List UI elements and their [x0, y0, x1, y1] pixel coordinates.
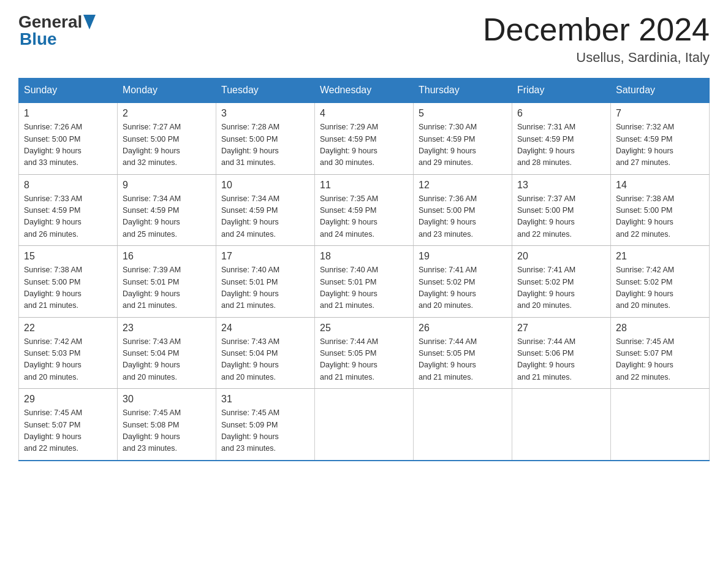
table-row: 17 Sunrise: 7:40 AM Sunset: 5:01 PM Dayl…: [216, 246, 315, 318]
day-number: 14: [616, 180, 704, 191]
table-row: 15 Sunrise: 7:38 AM Sunset: 5:00 PM Dayl…: [19, 246, 118, 318]
table-row: 8 Sunrise: 7:33 AM Sunset: 4:59 PM Dayli…: [19, 174, 118, 246]
location-title: Usellus, Sardinia, Italy: [483, 50, 710, 66]
logo-arrow-icon: [83, 15, 96, 29]
svg-marker-0: [83, 15, 96, 29]
table-row: 28 Sunrise: 7:45 AM Sunset: 5:07 PM Dayl…: [611, 317, 710, 389]
day-info: Sunrise: 7:44 AM Sunset: 5:05 PM Dayligh…: [320, 336, 408, 384]
table-row: 4 Sunrise: 7:29 AM Sunset: 4:59 PM Dayli…: [315, 102, 414, 174]
table-row: 2 Sunrise: 7:27 AM Sunset: 5:00 PM Dayli…: [118, 102, 216, 174]
table-row: 23 Sunrise: 7:43 AM Sunset: 5:04 PM Dayl…: [118, 317, 216, 389]
day-number: 2: [123, 108, 211, 119]
table-row: 29 Sunrise: 7:45 AM Sunset: 5:07 PM Dayl…: [19, 389, 118, 461]
table-row: 26 Sunrise: 7:44 AM Sunset: 5:05 PM Dayl…: [414, 317, 512, 389]
col-friday: Friday: [512, 79, 611, 103]
calendar-week-row: 29 Sunrise: 7:45 AM Sunset: 5:07 PM Dayl…: [19, 389, 710, 461]
day-info: Sunrise: 7:45 AM Sunset: 5:07 PM Dayligh…: [24, 407, 112, 455]
day-info: Sunrise: 7:45 AM Sunset: 5:08 PM Dayligh…: [123, 407, 211, 455]
page-header: General Blue December 2024 Usellus, Sard…: [18, 12, 710, 66]
day-info: Sunrise: 7:26 AM Sunset: 5:00 PM Dayligh…: [24, 121, 112, 169]
day-info: Sunrise: 7:43 AM Sunset: 5:04 PM Dayligh…: [123, 336, 211, 384]
day-info: Sunrise: 7:40 AM Sunset: 5:01 PM Dayligh…: [320, 264, 408, 312]
table-row: [315, 389, 414, 461]
day-info: Sunrise: 7:41 AM Sunset: 5:02 PM Dayligh…: [517, 264, 605, 312]
day-info: Sunrise: 7:29 AM Sunset: 4:59 PM Dayligh…: [320, 121, 408, 169]
day-number: 30: [123, 394, 211, 405]
day-info: Sunrise: 7:31 AM Sunset: 4:59 PM Dayligh…: [517, 121, 605, 169]
table-row: [414, 389, 512, 461]
day-number: 13: [517, 180, 605, 191]
day-number: 23: [123, 323, 211, 334]
calendar-header-row: Sunday Monday Tuesday Wednesday Thursday…: [19, 79, 710, 103]
col-wednesday: Wednesday: [315, 79, 414, 103]
table-row: 5 Sunrise: 7:30 AM Sunset: 4:59 PM Dayli…: [414, 102, 512, 174]
day-number: 3: [221, 108, 309, 119]
day-info: Sunrise: 7:27 AM Sunset: 5:00 PM Dayligh…: [123, 121, 211, 169]
day-info: Sunrise: 7:38 AM Sunset: 5:00 PM Dayligh…: [616, 193, 704, 241]
table-row: 12 Sunrise: 7:36 AM Sunset: 5:00 PM Dayl…: [414, 174, 512, 246]
day-number: 7: [616, 108, 704, 119]
title-block: December 2024 Usellus, Sardinia, Italy: [483, 12, 710, 66]
table-row: 21 Sunrise: 7:42 AM Sunset: 5:02 PM Dayl…: [611, 246, 710, 318]
table-row: [512, 389, 611, 461]
day-number: 5: [419, 108, 507, 119]
day-number: 21: [616, 251, 704, 262]
table-row: 7 Sunrise: 7:32 AM Sunset: 4:59 PM Dayli…: [611, 102, 710, 174]
day-number: 20: [517, 251, 605, 262]
day-info: Sunrise: 7:42 AM Sunset: 5:03 PM Dayligh…: [24, 336, 112, 384]
day-info: Sunrise: 7:34 AM Sunset: 4:59 PM Dayligh…: [221, 193, 309, 241]
day-info: Sunrise: 7:34 AM Sunset: 4:59 PM Dayligh…: [123, 193, 211, 241]
day-info: Sunrise: 7:38 AM Sunset: 5:00 PM Dayligh…: [24, 264, 112, 312]
day-number: 29: [24, 394, 112, 405]
table-row: 9 Sunrise: 7:34 AM Sunset: 4:59 PM Dayli…: [118, 174, 216, 246]
day-info: Sunrise: 7:37 AM Sunset: 5:00 PM Dayligh…: [517, 193, 605, 241]
day-number: 12: [419, 180, 507, 191]
col-sunday: Sunday: [19, 79, 118, 103]
table-row: 24 Sunrise: 7:43 AM Sunset: 5:04 PM Dayl…: [216, 317, 315, 389]
table-row: 11 Sunrise: 7:35 AM Sunset: 4:59 PM Dayl…: [315, 174, 414, 246]
calendar-week-row: 22 Sunrise: 7:42 AM Sunset: 5:03 PM Dayl…: [19, 317, 710, 389]
col-monday: Monday: [118, 79, 216, 103]
col-thursday: Thursday: [414, 79, 512, 103]
day-info: Sunrise: 7:43 AM Sunset: 5:04 PM Dayligh…: [221, 336, 309, 384]
day-number: 18: [320, 251, 408, 262]
table-row: 6 Sunrise: 7:31 AM Sunset: 4:59 PM Dayli…: [512, 102, 611, 174]
logo: General Blue: [18, 12, 96, 49]
day-number: 24: [221, 323, 309, 334]
day-number: 25: [320, 323, 408, 334]
table-row: 3 Sunrise: 7:28 AM Sunset: 5:00 PM Dayli…: [216, 102, 315, 174]
month-title: December 2024: [483, 12, 710, 47]
day-info: Sunrise: 7:28 AM Sunset: 5:00 PM Dayligh…: [221, 121, 309, 169]
day-info: Sunrise: 7:44 AM Sunset: 5:06 PM Dayligh…: [517, 336, 605, 384]
table-row: 25 Sunrise: 7:44 AM Sunset: 5:05 PM Dayl…: [315, 317, 414, 389]
table-row: 30 Sunrise: 7:45 AM Sunset: 5:08 PM Dayl…: [118, 389, 216, 461]
table-row: 18 Sunrise: 7:40 AM Sunset: 5:01 PM Dayl…: [315, 246, 414, 318]
col-saturday: Saturday: [611, 79, 710, 103]
day-number: 15: [24, 251, 112, 262]
table-row: 14 Sunrise: 7:38 AM Sunset: 5:00 PM Dayl…: [611, 174, 710, 246]
day-number: 10: [221, 180, 309, 191]
table-row: 10 Sunrise: 7:34 AM Sunset: 4:59 PM Dayl…: [216, 174, 315, 246]
day-number: 4: [320, 108, 408, 119]
day-info: Sunrise: 7:42 AM Sunset: 5:02 PM Dayligh…: [616, 264, 704, 312]
day-number: 26: [419, 323, 507, 334]
table-row: 31 Sunrise: 7:45 AM Sunset: 5:09 PM Dayl…: [216, 389, 315, 461]
day-number: 27: [517, 323, 605, 334]
table-row: [611, 389, 710, 461]
day-info: Sunrise: 7:33 AM Sunset: 4:59 PM Dayligh…: [24, 193, 112, 241]
table-row: 13 Sunrise: 7:37 AM Sunset: 5:00 PM Dayl…: [512, 174, 611, 246]
day-info: Sunrise: 7:39 AM Sunset: 5:01 PM Dayligh…: [123, 264, 211, 312]
day-number: 6: [517, 108, 605, 119]
table-row: 1 Sunrise: 7:26 AM Sunset: 5:00 PM Dayli…: [19, 102, 118, 174]
day-info: Sunrise: 7:35 AM Sunset: 4:59 PM Dayligh…: [320, 193, 408, 241]
day-info: Sunrise: 7:45 AM Sunset: 5:07 PM Dayligh…: [616, 336, 704, 384]
table-row: 22 Sunrise: 7:42 AM Sunset: 5:03 PM Dayl…: [19, 317, 118, 389]
logo-blue-text: Blue: [20, 29, 96, 49]
day-info: Sunrise: 7:44 AM Sunset: 5:05 PM Dayligh…: [419, 336, 507, 384]
day-number: 16: [123, 251, 211, 262]
day-info: Sunrise: 7:45 AM Sunset: 5:09 PM Dayligh…: [221, 407, 309, 455]
day-number: 19: [419, 251, 507, 262]
day-number: 17: [221, 251, 309, 262]
table-row: 20 Sunrise: 7:41 AM Sunset: 5:02 PM Dayl…: [512, 246, 611, 318]
day-number: 22: [24, 323, 112, 334]
